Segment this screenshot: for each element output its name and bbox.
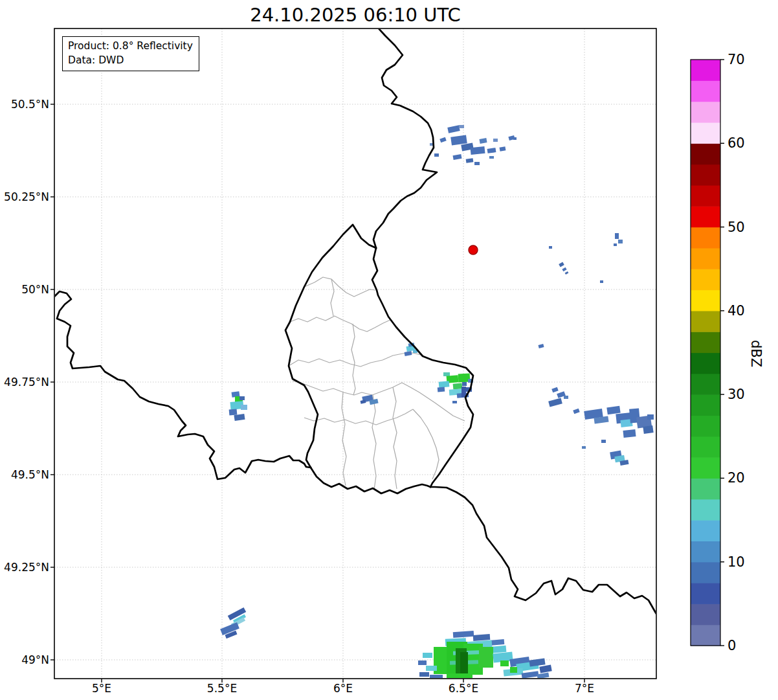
echo-cell bbox=[529, 658, 545, 666]
echo-cell bbox=[606, 406, 620, 415]
echo-cell bbox=[615, 233, 619, 239]
colorbar-segment bbox=[691, 122, 720, 144]
echo-cell bbox=[539, 665, 551, 673]
echo-cell bbox=[452, 154, 461, 160]
colorbar-segment bbox=[691, 227, 720, 249]
echo-cell bbox=[562, 267, 566, 271]
echo-cell bbox=[573, 409, 580, 414]
colorbar-tick-label: 60 bbox=[728, 135, 745, 151]
echo-cell bbox=[647, 414, 654, 420]
echo-cell bbox=[510, 667, 517, 673]
border-france-belgium bbox=[54, 291, 311, 479]
echo-cell bbox=[614, 243, 617, 246]
echo-cell bbox=[513, 137, 517, 140]
echo-cell bbox=[361, 400, 366, 404]
y-tick-label: 50.5°N bbox=[0, 98, 49, 111]
y-tick-label: 49.5°N bbox=[0, 468, 49, 481]
echo-cell bbox=[500, 146, 506, 151]
echo-cell bbox=[438, 387, 445, 392]
echo-cell bbox=[473, 634, 491, 641]
colorbar-segment bbox=[691, 248, 720, 269]
echo-cell bbox=[490, 639, 505, 646]
echo-cell bbox=[559, 262, 564, 267]
colorbar-segment bbox=[691, 562, 720, 583]
country-borders bbox=[54, 28, 656, 614]
colorbar-tick-label: 10 bbox=[728, 554, 745, 570]
colorbar-tick-label: 0 bbox=[728, 638, 736, 653]
echo-cell bbox=[439, 137, 447, 143]
colorbar-segment bbox=[691, 625, 720, 646]
echo-cell bbox=[479, 647, 493, 668]
product-info-box: Product: 0.8° Reflectivity Data: DWD bbox=[62, 36, 199, 71]
echo-cell bbox=[538, 344, 544, 348]
border-luxembourg-belgium bbox=[285, 225, 376, 468]
colorbar-tick-label: 40 bbox=[728, 303, 745, 319]
x-tick-label: 6°E bbox=[333, 682, 353, 695]
colorbar-segment bbox=[691, 353, 720, 374]
colorbar-segment bbox=[691, 457, 720, 479]
colorbar-segment bbox=[691, 164, 720, 186]
echo-cell bbox=[489, 156, 494, 159]
echo-cell bbox=[470, 146, 485, 155]
echo-cell bbox=[548, 398, 562, 407]
colorbar-segment bbox=[691, 206, 720, 227]
product-label: Product: 0.8° Reflectivity bbox=[68, 39, 193, 53]
echo-cell bbox=[439, 381, 450, 387]
x-tick-label: 5.5°E bbox=[207, 682, 237, 695]
echo-cell bbox=[443, 372, 450, 376]
radar-figure: 24.10.2025 06:10 UTC Product: 0.8° Refle… bbox=[0, 0, 778, 700]
radar-site-marker bbox=[469, 245, 478, 254]
colorbar-segment bbox=[691, 143, 720, 164]
echo-cell bbox=[564, 396, 568, 399]
echo-cell bbox=[453, 631, 474, 638]
echo-cell bbox=[500, 660, 509, 666]
echo-cell bbox=[582, 446, 586, 449]
y-tick-label: 49.75°N bbox=[0, 376, 49, 389]
colorbar-unit-label: dBZ bbox=[748, 340, 764, 367]
map-canvas bbox=[0, 0, 778, 700]
radar-echoes bbox=[220, 125, 654, 679]
echo-cell bbox=[405, 351, 412, 356]
echo-cell bbox=[452, 401, 457, 403]
colorbar-segment bbox=[691, 269, 720, 290]
colorbar-segment bbox=[691, 60, 720, 81]
colorbar-segment bbox=[691, 520, 720, 541]
echo-cell bbox=[426, 666, 437, 671]
colorbar-segment bbox=[691, 80, 720, 102]
echo-cell bbox=[462, 382, 467, 386]
colorbar-segment bbox=[691, 541, 720, 562]
echo-cell bbox=[229, 409, 238, 415]
y-tick-label: 50.25°N bbox=[0, 190, 49, 203]
echo-cell bbox=[423, 653, 432, 658]
echo-cell bbox=[493, 139, 498, 142]
colorbar-segment bbox=[691, 415, 720, 436]
echo-cell bbox=[460, 652, 468, 677]
echo-cell bbox=[522, 671, 539, 679]
colorbar-segment bbox=[691, 604, 720, 625]
colorbar-segment bbox=[691, 185, 720, 207]
colorbar-tick-label: 50 bbox=[728, 220, 745, 235]
colorbar-segment bbox=[691, 332, 720, 353]
x-tick-label: 6.5°E bbox=[449, 682, 478, 695]
border-luxembourg-france bbox=[311, 468, 430, 493]
colorbar-segment bbox=[691, 290, 720, 311]
colorbar-segment bbox=[691, 394, 720, 416]
echo-cell bbox=[461, 387, 466, 397]
echo-cell bbox=[601, 440, 606, 443]
colorbar-segment bbox=[691, 478, 720, 499]
echo-cell bbox=[241, 405, 247, 410]
colorbar-segment bbox=[691, 499, 720, 521]
echo-cell bbox=[600, 280, 603, 283]
echo-cell bbox=[447, 673, 472, 679]
echo-cell bbox=[551, 387, 559, 393]
echo-cell bbox=[450, 135, 467, 145]
colorbar-segment bbox=[691, 102, 720, 123]
echo-cell bbox=[419, 672, 429, 677]
border-belgium-germany bbox=[373, 28, 437, 248]
colorbar-segment bbox=[691, 374, 720, 395]
echo-cell bbox=[479, 138, 487, 144]
data-source-label: Data: DWD bbox=[68, 53, 193, 67]
echo-cell bbox=[466, 158, 474, 163]
colorbar bbox=[691, 60, 724, 646]
echo-cell bbox=[537, 672, 550, 679]
